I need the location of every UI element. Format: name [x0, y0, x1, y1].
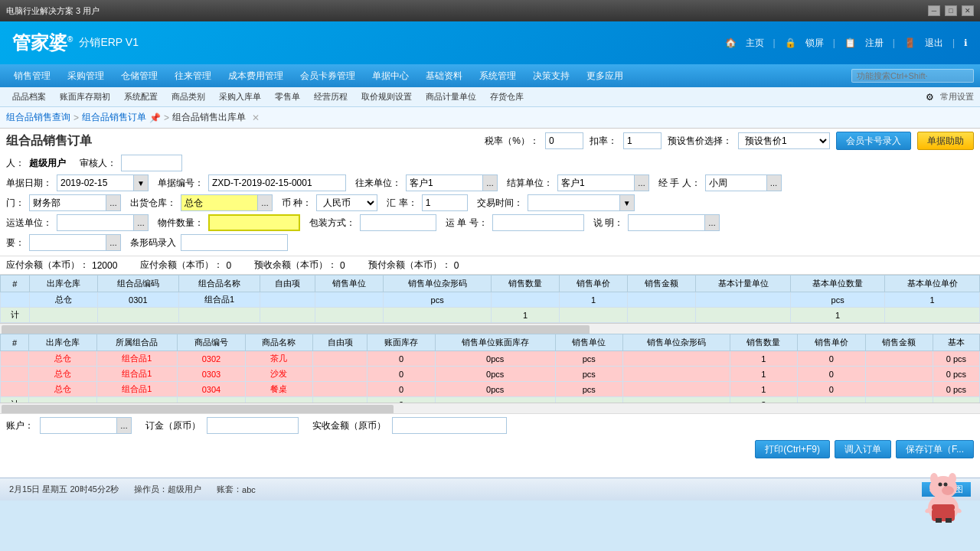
breadcrumb-close-icon[interactable]: ✕: [252, 112, 260, 123]
payable-label: 应付余额（本币）：: [6, 259, 89, 272]
waybill-input[interactable]: [492, 214, 584, 231]
subnav-purchase-in[interactable]: 采购入库单: [213, 90, 267, 104]
dept-btn[interactable]: …: [106, 194, 121, 211]
form-row-5: 要： … 条形码录入: [6, 234, 974, 251]
top-table-scrollbar[interactable]: [0, 323, 980, 334]
help-btn[interactable]: 单据助助: [917, 132, 974, 150]
subnav-inventory[interactable]: 存货仓库: [484, 90, 530, 104]
required-input[interactable]: [29, 234, 106, 251]
table-row[interactable]: 总仓 组合品1 0303 沙发 0 0pcs pcs 1 0 0 pcs: [1, 367, 980, 382]
qty-input[interactable]: [208, 214, 300, 231]
title-text: 电脑行业解决方案 3 用户: [6, 5, 100, 17]
account-btn[interactable]: …: [116, 417, 132, 434]
required-btn[interactable]: …: [106, 234, 121, 251]
order-deposit-input[interactable]: [207, 417, 299, 434]
barcode-input[interactable]: [181, 234, 288, 251]
close-btn[interactable]: ✕: [962, 5, 974, 16]
home-icon[interactable]: 🏠: [725, 37, 737, 48]
nav-search-input[interactable]: [851, 69, 974, 83]
subnav-config[interactable]: 系统配置: [118, 90, 164, 104]
warehouse-btn[interactable]: …: [257, 194, 273, 211]
nav-decision[interactable]: 决策支持: [525, 67, 577, 86]
date-picker-btn[interactable]: ▼: [133, 174, 149, 191]
table-row[interactable]: 总仓 0301 组合品1 pcs 1 pcs 1: [1, 292, 980, 308]
settle-btn[interactable]: …: [634, 174, 649, 191]
date-label: 单据日期：: [6, 177, 52, 190]
subnav-history[interactable]: 经营历程: [308, 90, 354, 104]
import-order-btn[interactable]: 调入订单: [835, 440, 891, 458]
nav-more[interactable]: 更多应用: [579, 67, 631, 86]
discount-input[interactable]: [623, 132, 662, 149]
currency-select[interactable]: 人民币: [316, 194, 377, 211]
trade-time-input[interactable]: [528, 194, 619, 211]
title-bar-left: 电脑行业解决方案 3 用户: [6, 5, 100, 17]
received-input[interactable]: [392, 417, 507, 434]
order-no-input[interactable]: [208, 174, 346, 191]
date-input[interactable]: [57, 174, 133, 191]
account-input[interactable]: [40, 417, 116, 434]
nav-bills[interactable]: 单据中心: [364, 67, 416, 86]
ship-input[interactable]: [57, 214, 133, 231]
maximize-btn[interactable]: □: [945, 5, 957, 16]
col-b-stock: 账面库存: [368, 334, 435, 351]
top-controls: 税率（%）： 扣率： 预设售价选择： 预设售价1 会员卡号录入 单据助助: [485, 132, 974, 150]
nav-sales[interactable]: 销售管理: [6, 67, 58, 86]
status-bar: 2月15日 星期五 20时45分2秒 操作员： 超级用户 账套： abc 功能导…: [0, 478, 980, 500]
table-row[interactable]: 总仓 组合品1 0302 茶几 0 0pcs pcs 1 0 0 pcs: [1, 351, 980, 367]
page-main: 组合品销售订单 税率（%）： 扣率： 预设售价选择： 预设售价1 会员卡号录入 …: [0, 129, 980, 478]
ship-btn[interactable]: …: [133, 214, 149, 231]
nav-system[interactable]: 系统管理: [472, 67, 524, 86]
nav-purchase[interactable]: 采购管理: [60, 67, 112, 86]
nav-basic[interactable]: 基础资料: [418, 67, 470, 86]
subnav-category[interactable]: 商品类别: [165, 90, 211, 104]
subnav-retail[interactable]: 零售单: [269, 90, 306, 104]
save-order-btn[interactable]: 保存订单（F...: [896, 440, 974, 458]
title-bar: 电脑行业解决方案 3 用户 ─ □ ✕: [0, 0, 980, 21]
nav-member[interactable]: 会员卡券管理: [292, 67, 363, 86]
to-unit-btn[interactable]: …: [482, 174, 498, 191]
exit-link[interactable]: 退出: [925, 37, 943, 50]
home-link[interactable]: 主页: [746, 37, 764, 50]
nav-transactions[interactable]: 往来管理: [167, 67, 219, 86]
table-row[interactable]: 总仓 组合品1 0304 餐桌 0 0pcs pcs 1 0 0 pcs: [1, 382, 980, 397]
remark-input[interactable]: [628, 214, 704, 231]
bottom-table-scrollbar[interactable]: [0, 403, 980, 413]
col-combo-code: 组合品编码: [97, 276, 178, 292]
member-card-btn[interactable]: 会员卡号录入: [836, 132, 911, 150]
subnav-archive[interactable]: 品品档案: [6, 90, 52, 104]
pack-input[interactable]: [360, 214, 436, 231]
warehouse-input[interactable]: [181, 194, 257, 211]
col-b-price: 销售单价: [798, 334, 865, 351]
exchange-input[interactable]: [422, 194, 468, 211]
lock-link[interactable]: 锁屏: [805, 37, 824, 50]
col-b-num: #: [1, 334, 29, 351]
dept-input[interactable]: [29, 194, 106, 211]
minimize-btn[interactable]: ─: [928, 5, 940, 16]
settle-input[interactable]: [557, 174, 634, 191]
print-btn[interactable]: 打印(Ctrl+F9): [755, 440, 830, 458]
settings-btn[interactable]: 常用设置: [940, 91, 974, 103]
handler-btn[interactable]: …: [766, 174, 782, 191]
subnav-initial[interactable]: 账面库存期初: [54, 90, 116, 104]
trade-time-btn[interactable]: ▼: [619, 194, 635, 211]
subnav-uom[interactable]: 商品计量单位: [420, 90, 482, 104]
to-unit-input[interactable]: [406, 174, 482, 191]
reg-link[interactable]: 注册: [865, 37, 884, 50]
price-select[interactable]: 预设售价1: [738, 132, 830, 149]
subnav-price-rules[interactable]: 取价规则设置: [355, 90, 418, 104]
breadcrumb-order[interactable]: 组合品销售订单: [82, 111, 146, 124]
form-row-2: 单据日期： ▼ 单据编号： 往来单位： … 结算单位： … 经 手 人： …: [6, 174, 974, 191]
logo: 管家婆®: [12, 31, 73, 55]
tax-rate-input[interactable]: [545, 132, 583, 149]
prepaid-summary: 预付余额（本币）： 0: [368, 259, 459, 272]
auditor-input[interactable]: [121, 155, 182, 171]
price-select-label: 预设售价选择：: [668, 135, 732, 148]
nav-cost[interactable]: 成本费用管理: [220, 67, 291, 86]
account-label-status: 账套：: [217, 484, 242, 495]
handler-input[interactable]: [705, 174, 766, 191]
breadcrumb-query[interactable]: 组合品销售查询: [6, 111, 70, 124]
nav-warehouse[interactable]: 仓储管理: [113, 67, 165, 86]
info-btn[interactable]: ℹ: [964, 37, 968, 48]
svg-rect-9: [946, 518, 952, 523]
remark-btn[interactable]: …: [704, 214, 720, 231]
